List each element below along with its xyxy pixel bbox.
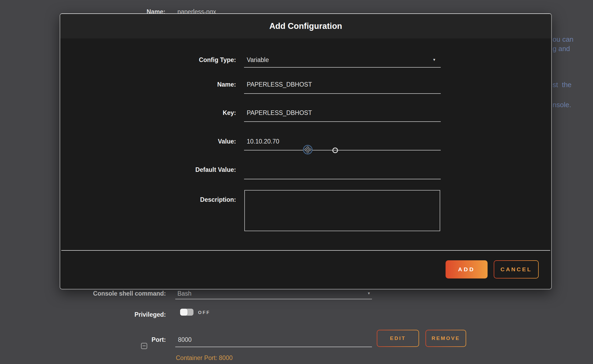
- dialog-header: Add Configuration: [60, 14, 551, 38]
- touch-point-icon: [332, 148, 338, 153]
- config-type-select[interactable]: Variable ▼: [244, 55, 441, 64]
- page: Name: paperless-ngx ou can g and st the …: [0, 0, 593, 364]
- edit-button[interactable]: EDIT: [377, 330, 419, 347]
- privileged-label: Privileged:: [102, 310, 166, 319]
- key-label: Key:: [127, 108, 236, 117]
- value-label: Value:: [127, 137, 236, 146]
- name-underline: [244, 93, 441, 94]
- config-type-value: Variable: [247, 55, 269, 64]
- privileged-toggle[interactable]: [180, 309, 193, 316]
- default-value-input[interactable]: [244, 165, 441, 174]
- cancel-button[interactable]: CANCEL: [494, 260, 539, 278]
- container-port-note: Container Port: 8000: [176, 354, 233, 362]
- default-value-label: Default Value:: [127, 165, 236, 174]
- console-shell-underline: [175, 299, 372, 299]
- toggle-knob: [180, 309, 188, 316]
- value-underline: [244, 150, 441, 150]
- port-value[interactable]: 8000: [178, 335, 192, 344]
- dialog-footer-divider: [61, 250, 550, 251]
- name-input[interactable]: [244, 80, 441, 89]
- help-text-fragment: nsole.: [553, 101, 571, 109]
- dialog-title: Add Configuration: [60, 14, 551, 38]
- description-textarea[interactable]: [244, 190, 440, 231]
- name-label: Name:: [127, 80, 236, 89]
- description-label: Description:: [127, 195, 236, 204]
- port-underline: [175, 347, 372, 347]
- key-input[interactable]: [244, 108, 441, 117]
- chevron-down-icon: ▼: [432, 55, 436, 64]
- console-shell-label: Console shell command:: [75, 289, 166, 298]
- add-configuration-dialog: Add Configuration Config Type: Variable …: [60, 13, 552, 289]
- privileged-state: OFF: [198, 309, 210, 316]
- help-text-fragment: st the: [553, 81, 572, 89]
- key-underline: [244, 121, 441, 122]
- edit-button-label: EDIT: [377, 330, 419, 346]
- port-label: Port:: [134, 335, 166, 344]
- default-value-underline: [244, 179, 441, 179]
- move-cursor-icon: [302, 144, 313, 155]
- add-button[interactable]: ADD: [446, 260, 488, 278]
- cancel-button-label: CANCEL: [494, 261, 538, 278]
- console-shell-select[interactable]: Bash: [177, 289, 191, 298]
- help-text-fragment: g and: [553, 45, 570, 53]
- remove-button-label: REMOVE: [426, 330, 466, 346]
- value-input[interactable]: [244, 137, 441, 146]
- chevron-down-icon: ▼: [367, 289, 371, 298]
- config-type-underline: [244, 67, 441, 68]
- help-text-fragment: ou can: [553, 35, 573, 43]
- config-type-label: Config Type:: [127, 55, 236, 64]
- remove-button[interactable]: REMOVE: [425, 330, 466, 347]
